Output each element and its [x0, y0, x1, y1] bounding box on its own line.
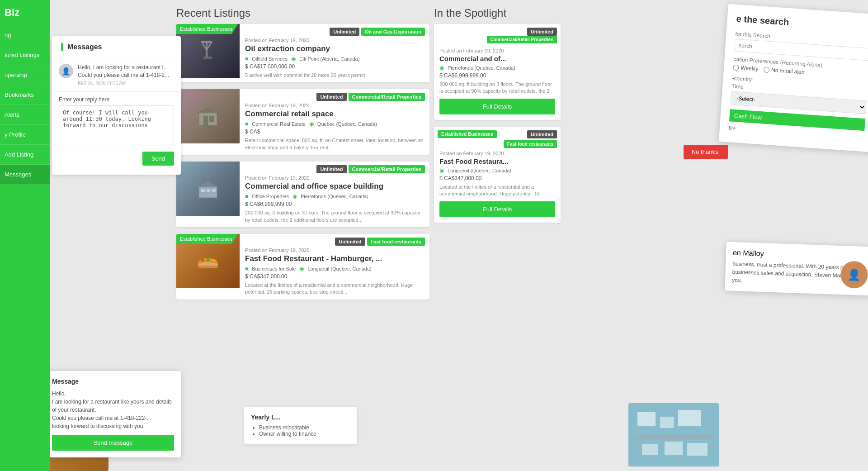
listing-price: $ CA$6,999,999.00 — [439, 72, 555, 79]
listing-meta: ■ Oilfield Services ◉ Elk Point (Alberta… — [245, 56, 424, 62]
category-badge: Commercial/Retail Properties — [349, 165, 425, 173]
radio-no-email[interactable]: No email alert — [764, 66, 805, 75]
search-panel: e the search for this Search cation Pref… — [719, 4, 868, 152]
listing-desc: 200 000 sq. ft building on 3 floors. The… — [245, 209, 424, 224]
sidebar-item-featured[interactable]: tured Listings — [0, 45, 50, 65]
badge-row-3: Unlimited Commercial/Retail Properties — [176, 162, 429, 177]
message-popup: Message Hello, I am looking for a restau… — [45, 371, 181, 457]
messages-header-accent — [61, 43, 63, 51]
svg-rect-35 — [678, 410, 701, 426]
listing-title: Oil extraction company — [245, 44, 424, 53]
listing-meta: ■ Businesses for Sale ◉ Longueuil (Quebe… — [245, 266, 424, 272]
reply-textarea[interactable]: Of course! I will call you around 11:30 … — [59, 105, 174, 146]
send-message-button[interactable]: Send message — [52, 435, 174, 451]
svg-rect-12 — [212, 189, 216, 192]
badge-row-2: Unlimited Commercial/Retail Properties — [176, 89, 429, 105]
category-badge: Fast food restaurants — [367, 238, 425, 246]
sidebar-item-messages[interactable]: Messages — [0, 165, 50, 185]
radio-weekly-label: Weekly — [741, 65, 759, 72]
message-popup-text: Hello, I am looking for a restaurant lik… — [52, 390, 174, 430]
spotlight-card-body-2: Posted on February 19, 2020 Fast Food Re… — [434, 148, 561, 223]
sidebar-item-bookmarks[interactable]: Bookmarks — [0, 85, 50, 105]
profile-name: en Malloy — [733, 249, 868, 262]
full-details-button-1[interactable]: Full Details — [439, 99, 555, 114]
listing-meta: ◉ Pierrefonds (Quebec, Canada) — [439, 65, 555, 71]
reply-section: Enter your reply here Of course! I will … — [52, 92, 181, 170]
listing-meta: ◉ Longueuil (Quebec, Canada) — [439, 167, 555, 174]
svg-rect-6 — [203, 116, 208, 125]
listing-desc: Retail commercial space, 800 sq. ft. on … — [245, 137, 424, 151]
category-badge: Commercial/Retail Properties — [349, 93, 425, 101]
spotlight-listing-title: Fast Food Restaura... — [439, 157, 555, 165]
profile-card: en Malloy business, trust a professional… — [725, 242, 868, 295]
full-details-button-2[interactable]: Full Details — [439, 201, 555, 217]
reply-label: Enter your reply here — [59, 96, 174, 103]
spotlight-card-1[interactable]: Unlimited Commercial/Retail Properties P… — [434, 24, 561, 120]
listing-price: $ CA$347,000.00 — [245, 273, 424, 280]
category-badge: Oil and Gas Exploration — [361, 28, 425, 36]
no-thanks-button[interactable]: No thanks. — [684, 145, 728, 159]
sidebar: Biz ng tured Listings npership Bookmarks… — [0, 0, 50, 471]
section-title: Recent Listings — [176, 0, 429, 24]
messages-title: Messages — [67, 43, 102, 51]
app-logo: Biz — [0, 0, 50, 25]
unlimited-badge: Unlimited — [335, 238, 365, 246]
svg-rect-7 — [209, 116, 214, 122]
svg-rect-39 — [687, 443, 708, 456]
listing-meta: ■ Commercial Real Estate ◉ Quebec (Quebe… — [245, 121, 424, 127]
message-item[interactable]: 👤 Hello, I am looking for a restaurant l… — [52, 58, 181, 92]
radio-no-email-input[interactable] — [764, 67, 770, 73]
message-popup-title: Message — [52, 378, 174, 385]
listing-desc: Located at the limites of a residential … — [439, 184, 555, 198]
send-button[interactable]: Send — [142, 152, 174, 166]
radio-no-email-label: No email alert — [771, 67, 805, 76]
messages-panel: Messages 👤 Hello, I am looking for a res… — [52, 36, 181, 175]
listing-desc: 5 active well with potential for 20 more… — [245, 72, 424, 79]
listing-date: Posted on February 19, 2020 — [439, 151, 555, 156]
unlimited-badge: Unlimited — [330, 28, 359, 36]
listing-price: $ CA$ — [245, 128, 424, 135]
listing-price: $ CA$6,999,999.00 — [245, 201, 424, 207]
messages-header: Messages — [52, 36, 181, 58]
recent-listings-section: Recent Listings Unlimited Oil and Gas Ex… — [176, 0, 429, 471]
spotlight-card-2[interactable]: Established Businesses Unlimited Fast fo… — [434, 127, 561, 223]
category-badge: Commercial/Retail Properties — [487, 36, 557, 43]
message-time: FEB 26, 2020 11:36 AM — [78, 81, 174, 86]
svg-rect-4 — [203, 57, 212, 59]
spotlight-section: In the Spotlight Unlimited Commercial/Re… — [434, 0, 561, 229]
listing-card-3[interactable]: Unlimited Commercial/Retail Properties P… — [176, 162, 429, 227]
radio-weekly[interactable]: Weekly — [733, 64, 759, 72]
spotlight-listing-title: Commercial and of... — [439, 55, 555, 62]
listing-card-1[interactable]: Unlimited Oil and Gas Exploration Establ… — [176, 24, 429, 82]
svg-rect-10 — [201, 189, 205, 192]
radio-weekly-input[interactable] — [733, 64, 739, 71]
sidebar-item-membership[interactable]: npership — [0, 65, 50, 85]
sidebar-item-ng[interactable]: ng — [0, 25, 50, 45]
svg-marker-8 — [197, 107, 219, 113]
sidebar-item-add[interactable]: Add Listing — [0, 145, 50, 165]
established-badge: Established Businesses — [176, 24, 238, 34]
spotlight-card-body-1: Posted on February 19, 2020 Commercial a… — [434, 45, 561, 120]
sidebar-item-profile[interactable]: y Profile — [0, 125, 50, 145]
unlimited-badge: Unlimited — [316, 93, 346, 101]
category-badge: Fast food restaurants — [504, 140, 557, 148]
svg-rect-33 — [637, 412, 656, 426]
aerial-bg-image — [628, 403, 719, 466]
listing-meta: ■ Office Properties ◉ Pierrefonds (Quebe… — [245, 193, 424, 200]
listing-title: Fast Food Restaurant - Hamburger, ... — [245, 254, 424, 263]
svg-rect-21 — [198, 266, 218, 268]
svg-rect-37 — [642, 444, 658, 455]
unlimited-badge: Unlimited — [316, 165, 346, 173]
svg-rect-36 — [633, 435, 714, 439]
sidebar-item-alerts[interactable]: Alerts — [0, 105, 50, 125]
listing-card-2[interactable]: Unlimited Commercial/Retail Properties P… — [176, 89, 429, 155]
message-content: Hello, I am looking for a restaurant l..… — [78, 64, 174, 86]
listing-desc: 200 000 sq. ft building on 3 floors. The… — [439, 81, 555, 95]
search-title: e the search — [736, 14, 868, 33]
listing-price: $ CA$17,000,000.00 — [245, 63, 424, 70]
listing-title: Commercial retail space — [245, 109, 424, 119]
listing-card-4[interactable]: Unlimited Fast food restaurants Establis… — [176, 234, 429, 300]
svg-rect-11 — [207, 189, 210, 192]
unlimited-badge: Unlimited — [527, 130, 557, 138]
spotlight-card-header-1: Unlimited — [434, 24, 561, 36]
